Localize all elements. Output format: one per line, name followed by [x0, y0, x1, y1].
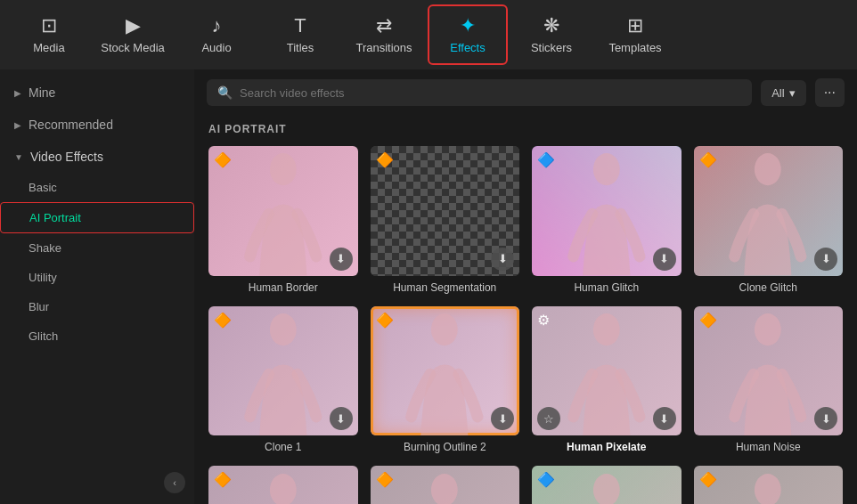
effect-badge: 🔶: [376, 312, 394, 329]
stickers-nav-icon: ❋: [543, 16, 559, 36]
effect-badge: 🔶: [699, 471, 717, 488]
effect-card-human-glitch[interactable]: 🔷 ⬇ Human Glitch: [532, 146, 682, 294]
right-panel: 🔍 All ▾ ··· AI PORTRAIT 🔶 ⬇ Human Border: [194, 69, 857, 504]
effect-card-lightning-flash1[interactable]: 🔷 ⬇ Lightning Flash 1: [532, 466, 682, 504]
effect-thumbnail: 🔶 ⬇: [208, 146, 358, 276]
effect-thumbnail: 🔶 ⬇: [371, 466, 520, 504]
effect-name: Clone 1: [208, 441, 358, 453]
effect-card-neon-ring2[interactable]: 🔶 ⬇ Neon Ring 2: [371, 466, 520, 504]
effect-name: Human Pixelate: [532, 441, 682, 453]
effect-badge: 🔶: [699, 312, 717, 329]
effect-card-neon-flow4[interactable]: 🔶 ⬇ Neon Flow 4: [208, 466, 358, 504]
search-input-wrap[interactable]: 🔍: [207, 79, 752, 106]
stickers-nav-label: Stickers: [531, 41, 572, 54]
sidebar-collapse-button[interactable]: ‹: [164, 472, 185, 493]
effect-card-human-border[interactable]: 🔶 ⬇ Human Border: [208, 146, 358, 294]
svg-point-0: [270, 153, 297, 185]
nav-item-templates[interactable]: ⊞ Templates: [595, 4, 675, 65]
effect-card-burning-outline2[interactable]: 🔶 ⬇ Burning Outline 2: [371, 306, 520, 454]
effect-badge: 🔶: [214, 312, 232, 329]
effect-thumbnail: 🔶 ⬇: [694, 306, 844, 436]
audio-nav-icon: ♪: [212, 16, 222, 36]
svg-point-7: [270, 474, 297, 504]
search-input[interactable]: [240, 86, 741, 100]
templates-nav-icon: ⊞: [627, 16, 643, 36]
effect-badge: 🔶: [214, 471, 232, 488]
svg-point-2: [755, 153, 781, 185]
effect-name: Clone Glitch: [694, 281, 844, 294]
effect-name: Human Border: [208, 281, 358, 294]
effect-badge: 🔶: [214, 151, 232, 168]
effect-thumbnail: 🔷 ⬇: [532, 146, 682, 276]
effect-card-human-segmentation[interactable]: 🔶 ⬇ Human Segmentation: [371, 146, 520, 294]
svg-point-8: [431, 474, 458, 504]
effect-name: Human Noise: [694, 441, 844, 453]
effect-badge: ⚙: [537, 312, 550, 329]
nav-item-titles[interactable]: T Titles: [260, 4, 340, 65]
sidebar-item-blur[interactable]: Blur: [0, 292, 194, 321]
effect-thumbnail: 🔶 ⬇: [208, 306, 358, 436]
sidebar-item-mine[interactable]: ▶ Mine: [0, 77, 194, 109]
chevron-icon: ▶: [14, 88, 21, 98]
effect-thumbnail: 🔶 ⬇: [694, 146, 844, 276]
sidebar-item-utility[interactable]: Utility: [0, 263, 194, 292]
more-button[interactable]: ···: [815, 78, 845, 107]
nav-item-transitions[interactable]: ⇄ Transitions: [344, 4, 424, 65]
nav-item-stock-media[interactable]: ▶ Stock Media: [93, 4, 173, 65]
effect-badge: 🔷: [537, 471, 555, 488]
sidebar-item-basic[interactable]: Basic: [0, 173, 194, 202]
stock-media-nav-label: Stock Media: [101, 41, 165, 54]
effect-name: Human Segmentation: [371, 281, 520, 294]
sidebar-item-shake[interactable]: Shake: [0, 233, 194, 263]
svg-point-6: [755, 313, 781, 345]
effect-card-human-noise[interactable]: 🔶 ⬇ Human Noise: [694, 306, 844, 454]
download-button[interactable]: ⬇: [330, 407, 353, 430]
stock-media-nav-icon: ▶: [126, 16, 141, 36]
sidebar-sub-items: BasicAI PortraitShakeUtilityBlurGlitch: [0, 173, 194, 351]
effect-card-lightning-flash2[interactable]: 🔶 ⬇ Lightning Flash 2: [694, 466, 844, 504]
nav-item-media[interactable]: ⊡ Media: [9, 4, 89, 65]
download-button[interactable]: ⬇: [814, 248, 837, 271]
effects-nav-icon: ✦: [460, 16, 476, 36]
download-button[interactable]: ⬇: [653, 407, 676, 430]
nav-item-effects[interactable]: ✦ Effects: [428, 4, 508, 65]
effect-name: Burning Outline 2: [371, 441, 520, 453]
main-content: ▶ Mine ▶ Recommended ▼ Video Effects Bas…: [0, 69, 857, 504]
effect-thumbnail: 🔶 ⬇: [208, 466, 358, 504]
search-icon: 🔍: [217, 85, 233, 100]
effect-card-clone-glitch[interactable]: 🔶 ⬇ Clone Glitch: [694, 146, 844, 294]
effect-thumbnail: 🔶 ⬇: [371, 146, 520, 276]
nav-item-stickers[interactable]: ❋ Stickers: [511, 4, 592, 65]
svg-point-5: [593, 313, 620, 345]
chevron-down-icon: ▼: [14, 152, 23, 162]
section-title: AI PORTRAIT: [208, 123, 843, 135]
effects-area: AI PORTRAIT 🔶 ⬇ Human Border 🔶 ⬇ Human S…: [194, 116, 857, 504]
effect-thumbnail: ⚙ ☆ ⬇: [532, 306, 682, 436]
sidebar: ▶ Mine ▶ Recommended ▼ Video Effects Bas…: [0, 69, 194, 504]
titles-nav-label: Titles: [287, 41, 314, 54]
svg-point-10: [755, 474, 781, 504]
effects-nav-label: Effects: [450, 41, 486, 54]
effect-badge: 🔷: [537, 151, 555, 168]
filter-button[interactable]: All ▾: [761, 80, 805, 106]
sidebar-item-ai-portrait[interactable]: AI Portrait: [0, 202, 194, 233]
sidebar-item-recommended[interactable]: ▶ Recommended: [0, 109, 194, 141]
svg-point-4: [431, 313, 458, 345]
effect-badge: 🔶: [376, 151, 394, 168]
effect-card-clone1[interactable]: 🔶 ⬇ Clone 1: [208, 306, 358, 454]
templates-nav-label: Templates: [608, 41, 661, 54]
sidebar-item-glitch[interactable]: Glitch: [0, 321, 194, 351]
titles-nav-icon: T: [294, 16, 306, 36]
download-button[interactable]: ⬇: [330, 248, 353, 271]
effect-thumbnail: 🔷 ⬇: [532, 466, 682, 504]
download-button[interactable]: ⬇: [491, 248, 514, 271]
download-button[interactable]: ⬇: [653, 248, 676, 271]
sidebar-item-video-effects[interactable]: ▼ Video Effects: [0, 141, 194, 173]
audio-nav-label: Audio: [201, 41, 231, 54]
media-nav-label: Media: [33, 41, 64, 54]
effect-badge: 🔶: [699, 151, 717, 168]
nav-item-audio[interactable]: ♪ Audio: [176, 4, 257, 65]
transitions-nav-label: Transitions: [355, 41, 412, 54]
effect-card-human-pixelate[interactable]: ⚙ ☆ ⬇ Human Pixelate: [532, 306, 682, 454]
transitions-nav-icon: ⇄: [376, 16, 392, 36]
